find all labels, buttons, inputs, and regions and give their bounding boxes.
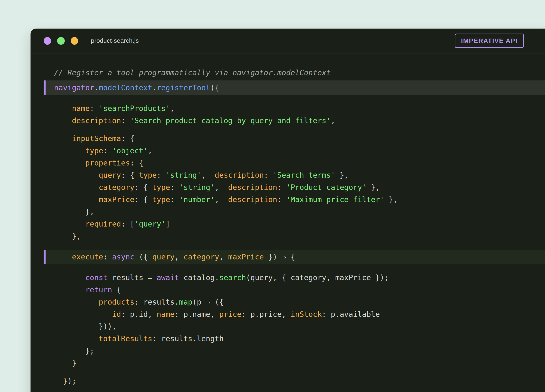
code-line: category: { type: 'string', description:… — [31, 181, 545, 193]
code-token: modelContext — [99, 83, 152, 92]
code-token: results = — [108, 273, 157, 282]
code-token: type — [152, 183, 170, 192]
code-token: : p.available — [322, 310, 380, 318]
titlebar: product-search.js IMPERATIVE API — [31, 29, 545, 53]
code-token — [54, 146, 85, 155]
code-token: properties — [85, 158, 130, 167]
code-token: async — [112, 252, 134, 261]
code-token: return — [85, 285, 112, 294]
code-token: execute — [72, 252, 103, 261]
code-token: maxPrice — [99, 195, 135, 204]
code-token: 'Maximum price filter' — [286, 195, 384, 204]
code-token: inStock — [291, 310, 322, 318]
minimize-window-icon[interactable] — [57, 37, 65, 45]
code-token: : { — [134, 195, 152, 204]
code-token: name — [72, 104, 90, 113]
code-token: : — [90, 104, 99, 113]
code-token: 'string' — [179, 183, 215, 192]
code-token: , — [215, 183, 228, 192]
window-title: product-search.js — [91, 37, 139, 44]
close-window-icon[interactable] — [43, 37, 51, 45]
code-token: , — [215, 195, 228, 204]
code-token: : { — [121, 134, 134, 143]
code-token: : — [103, 252, 112, 261]
code-token — [54, 310, 112, 318]
code-token: 'number' — [179, 195, 215, 204]
code-token: : — [103, 146, 112, 155]
traffic-lights — [43, 37, 78, 45]
code-token: }, — [384, 195, 398, 204]
code-token: 'string' — [166, 171, 201, 180]
code-token — [54, 183, 99, 192]
code-line: // Register a tool programmatically via … — [31, 67, 545, 79]
code-token: : results.length — [152, 334, 224, 343]
code-token: : { — [130, 158, 143, 167]
code-line: properties: { — [31, 157, 545, 169]
code-token: totalResults — [99, 334, 152, 343]
api-badge: IMPERATIVE API — [455, 34, 524, 48]
code-blank-line — [31, 369, 545, 375]
code-token: }; — [54, 346, 94, 355]
code-line: description: 'Search product catalog by … — [31, 114, 545, 127]
code-token: }, — [54, 207, 94, 216]
code-token: }); — [54, 377, 76, 385]
code-line: }, — [31, 230, 545, 242]
maximize-window-icon[interactable] — [71, 37, 78, 45]
code-line: required: ['query'] — [31, 218, 545, 230]
code-token: : — [170, 195, 179, 204]
code-token: : results. — [134, 298, 179, 306]
code-token: (query, { category, maxPrice }); — [246, 273, 389, 282]
code-token: . — [152, 83, 156, 92]
code-token: : p.price, — [242, 310, 291, 318]
code-token: 'Search product catalog by query and fil… — [130, 116, 331, 125]
code-token: : — [277, 183, 286, 192]
code-token — [54, 171, 99, 180]
code-token: 'Search terms' — [273, 171, 335, 180]
code-token: }, — [335, 171, 349, 180]
code-token — [54, 334, 99, 343]
code-token: : [ — [121, 219, 134, 228]
code-token: }, — [366, 183, 380, 192]
code-token: products — [99, 298, 135, 306]
code-line: navigator.modelContext.registerTool({ — [43, 81, 545, 95]
code-token: const — [85, 273, 107, 282]
code-token: } — [54, 359, 76, 367]
code-token — [54, 158, 85, 167]
code-line: id: p.id, name: p.name, price: p.price, … — [31, 308, 545, 320]
code-token: type — [85, 146, 103, 155]
code-token: category — [184, 252, 219, 261]
code-line: maxPrice: { type: 'number', description:… — [31, 193, 545, 205]
code-token — [54, 273, 85, 282]
code-token: map — [179, 298, 192, 306]
code-token — [54, 134, 72, 143]
code-token: , — [331, 116, 335, 125]
code-token: : { — [121, 171, 139, 180]
code-token: search — [219, 273, 246, 282]
code-line: } — [31, 357, 545, 369]
code-token: name — [157, 310, 175, 318]
code-token: 'query' — [134, 219, 166, 228]
code-token — [54, 219, 85, 228]
code-blank-line — [31, 242, 545, 248]
code-token: await — [157, 273, 179, 282]
code-line: }; — [31, 345, 545, 357]
code-token: { — [112, 285, 121, 294]
code-line: type: 'object', — [31, 144, 545, 157]
code-token — [54, 252, 72, 261]
code-blank-line — [31, 127, 545, 132]
code-token: : p.name, — [175, 310, 219, 318]
code-token — [54, 298, 99, 306]
code-blank-line — [31, 97, 545, 102]
code-token: query — [99, 171, 121, 180]
code-token: description — [228, 195, 277, 204]
code-token: registerTool — [157, 83, 210, 92]
code-token: (p ⇒ ({ — [192, 298, 224, 306]
code-token: // Register a tool programmatically via … — [54, 68, 331, 77]
code-line: query: { type: 'string', description: 'S… — [31, 169, 545, 181]
code-token: maxPrice — [228, 252, 264, 261]
code-token: }, — [54, 232, 81, 241]
code-token — [54, 285, 85, 294]
code-line: }, — [31, 205, 545, 218]
code-token: : — [264, 171, 273, 180]
code-token: , — [201, 171, 215, 180]
